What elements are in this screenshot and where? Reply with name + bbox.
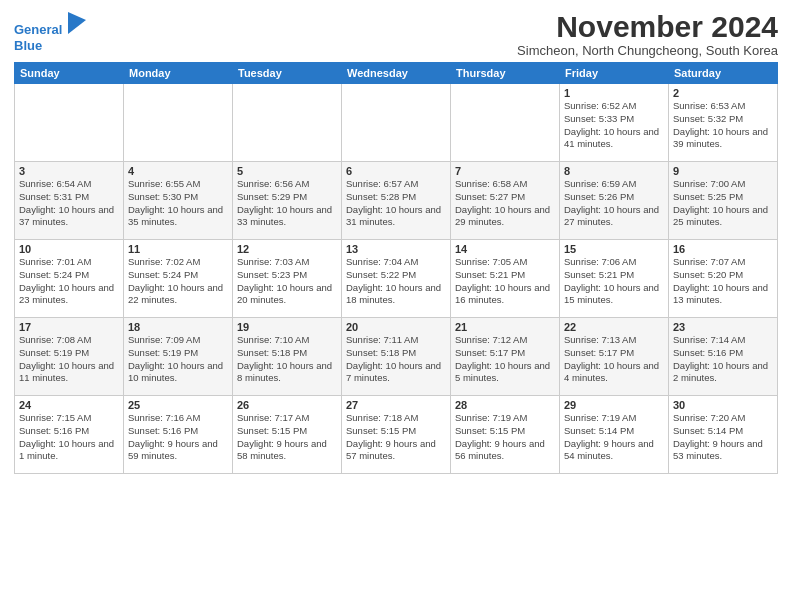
day-number: 9 <box>673 165 773 177</box>
day-number: 1 <box>564 87 664 99</box>
day-number: 21 <box>455 321 555 333</box>
day-info: Sunrise: 7:11 AM Sunset: 5:18 PM Dayligh… <box>346 334 446 385</box>
day-number: 18 <box>128 321 228 333</box>
calendar-cell <box>451 84 560 162</box>
calendar-cell: 7Sunrise: 6:58 AM Sunset: 5:27 PM Daylig… <box>451 162 560 240</box>
day-info: Sunrise: 6:58 AM Sunset: 5:27 PM Dayligh… <box>455 178 555 229</box>
calendar-cell: 20Sunrise: 7:11 AM Sunset: 5:18 PM Dayli… <box>342 318 451 396</box>
day-info: Sunrise: 7:18 AM Sunset: 5:15 PM Dayligh… <box>346 412 446 463</box>
day-info: Sunrise: 7:02 AM Sunset: 5:24 PM Dayligh… <box>128 256 228 307</box>
weekday-header-sunday: Sunday <box>15 63 124 84</box>
day-number: 28 <box>455 399 555 411</box>
svg-marker-0 <box>68 12 86 34</box>
day-info: Sunrise: 7:08 AM Sunset: 5:19 PM Dayligh… <box>19 334 119 385</box>
day-info: Sunrise: 7:16 AM Sunset: 5:16 PM Dayligh… <box>128 412 228 463</box>
day-number: 5 <box>237 165 337 177</box>
calendar-cell: 13Sunrise: 7:04 AM Sunset: 5:22 PM Dayli… <box>342 240 451 318</box>
calendar-cell <box>342 84 451 162</box>
calendar-cell: 6Sunrise: 6:57 AM Sunset: 5:28 PM Daylig… <box>342 162 451 240</box>
logo-general: General <box>14 22 62 37</box>
calendar-cell: 11Sunrise: 7:02 AM Sunset: 5:24 PM Dayli… <box>124 240 233 318</box>
weekday-header-tuesday: Tuesday <box>233 63 342 84</box>
calendar-cell: 14Sunrise: 7:05 AM Sunset: 5:21 PM Dayli… <box>451 240 560 318</box>
calendar-week-1: 1Sunrise: 6:52 AM Sunset: 5:33 PM Daylig… <box>15 84 778 162</box>
calendar-cell: 22Sunrise: 7:13 AM Sunset: 5:17 PM Dayli… <box>560 318 669 396</box>
day-info: Sunrise: 7:00 AM Sunset: 5:25 PM Dayligh… <box>673 178 773 229</box>
calendar-cell: 9Sunrise: 7:00 AM Sunset: 5:25 PM Daylig… <box>669 162 778 240</box>
day-info: Sunrise: 6:55 AM Sunset: 5:30 PM Dayligh… <box>128 178 228 229</box>
calendar-cell: 25Sunrise: 7:16 AM Sunset: 5:16 PM Dayli… <box>124 396 233 474</box>
calendar-cell <box>124 84 233 162</box>
calendar-cell: 21Sunrise: 7:12 AM Sunset: 5:17 PM Dayli… <box>451 318 560 396</box>
day-number: 12 <box>237 243 337 255</box>
title-block: November 2024 Simcheon, North Chungcheon… <box>517 10 778 58</box>
calendar-cell: 18Sunrise: 7:09 AM Sunset: 5:19 PM Dayli… <box>124 318 233 396</box>
day-info: Sunrise: 7:04 AM Sunset: 5:22 PM Dayligh… <box>346 256 446 307</box>
weekday-header-wednesday: Wednesday <box>342 63 451 84</box>
day-info: Sunrise: 7:01 AM Sunset: 5:24 PM Dayligh… <box>19 256 119 307</box>
calendar-cell: 12Sunrise: 7:03 AM Sunset: 5:23 PM Dayli… <box>233 240 342 318</box>
day-number: 16 <box>673 243 773 255</box>
header: General Blue November 2024 Simcheon, Nor… <box>14 10 778 58</box>
day-number: 29 <box>564 399 664 411</box>
day-info: Sunrise: 7:07 AM Sunset: 5:20 PM Dayligh… <box>673 256 773 307</box>
day-number: 26 <box>237 399 337 411</box>
calendar-cell <box>15 84 124 162</box>
calendar-week-3: 10Sunrise: 7:01 AM Sunset: 5:24 PM Dayli… <box>15 240 778 318</box>
calendar-cell: 15Sunrise: 7:06 AM Sunset: 5:21 PM Dayli… <box>560 240 669 318</box>
day-number: 3 <box>19 165 119 177</box>
day-info: Sunrise: 7:20 AM Sunset: 5:14 PM Dayligh… <box>673 412 773 463</box>
day-info: Sunrise: 7:17 AM Sunset: 5:15 PM Dayligh… <box>237 412 337 463</box>
day-info: Sunrise: 7:03 AM Sunset: 5:23 PM Dayligh… <box>237 256 337 307</box>
day-number: 22 <box>564 321 664 333</box>
day-info: Sunrise: 7:06 AM Sunset: 5:21 PM Dayligh… <box>564 256 664 307</box>
day-number: 23 <box>673 321 773 333</box>
calendar-cell: 16Sunrise: 7:07 AM Sunset: 5:20 PM Dayli… <box>669 240 778 318</box>
day-info: Sunrise: 6:59 AM Sunset: 5:26 PM Dayligh… <box>564 178 664 229</box>
day-number: 20 <box>346 321 446 333</box>
calendar-week-5: 24Sunrise: 7:15 AM Sunset: 5:16 PM Dayli… <box>15 396 778 474</box>
day-number: 2 <box>673 87 773 99</box>
calendar-cell: 28Sunrise: 7:19 AM Sunset: 5:15 PM Dayli… <box>451 396 560 474</box>
day-number: 4 <box>128 165 228 177</box>
day-number: 8 <box>564 165 664 177</box>
day-info: Sunrise: 6:56 AM Sunset: 5:29 PM Dayligh… <box>237 178 337 229</box>
calendar-cell: 3Sunrise: 6:54 AM Sunset: 5:31 PM Daylig… <box>15 162 124 240</box>
calendar-cell: 24Sunrise: 7:15 AM Sunset: 5:16 PM Dayli… <box>15 396 124 474</box>
calendar-cell: 4Sunrise: 6:55 AM Sunset: 5:30 PM Daylig… <box>124 162 233 240</box>
day-info: Sunrise: 7:19 AM Sunset: 5:15 PM Dayligh… <box>455 412 555 463</box>
day-number: 6 <box>346 165 446 177</box>
calendar-cell: 29Sunrise: 7:19 AM Sunset: 5:14 PM Dayli… <box>560 396 669 474</box>
day-info: Sunrise: 7:15 AM Sunset: 5:16 PM Dayligh… <box>19 412 119 463</box>
calendar-cell: 26Sunrise: 7:17 AM Sunset: 5:15 PM Dayli… <box>233 396 342 474</box>
day-number: 27 <box>346 399 446 411</box>
day-info: Sunrise: 6:53 AM Sunset: 5:32 PM Dayligh… <box>673 100 773 151</box>
calendar-cell: 17Sunrise: 7:08 AM Sunset: 5:19 PM Dayli… <box>15 318 124 396</box>
calendar-week-4: 17Sunrise: 7:08 AM Sunset: 5:19 PM Dayli… <box>15 318 778 396</box>
calendar-cell: 1Sunrise: 6:52 AM Sunset: 5:33 PM Daylig… <box>560 84 669 162</box>
logo: General Blue <box>14 14 86 53</box>
calendar-cell: 19Sunrise: 7:10 AM Sunset: 5:18 PM Dayli… <box>233 318 342 396</box>
calendar-cell: 5Sunrise: 6:56 AM Sunset: 5:29 PM Daylig… <box>233 162 342 240</box>
weekday-header-friday: Friday <box>560 63 669 84</box>
calendar-week-2: 3Sunrise: 6:54 AM Sunset: 5:31 PM Daylig… <box>15 162 778 240</box>
calendar-cell <box>233 84 342 162</box>
day-number: 11 <box>128 243 228 255</box>
day-info: Sunrise: 7:19 AM Sunset: 5:14 PM Dayligh… <box>564 412 664 463</box>
calendar-cell: 30Sunrise: 7:20 AM Sunset: 5:14 PM Dayli… <box>669 396 778 474</box>
day-info: Sunrise: 7:12 AM Sunset: 5:17 PM Dayligh… <box>455 334 555 385</box>
day-number: 13 <box>346 243 446 255</box>
month-year-title: November 2024 <box>517 10 778 43</box>
location-subtitle: Simcheon, North Chungcheong, South Korea <box>517 43 778 58</box>
day-number: 19 <box>237 321 337 333</box>
day-info: Sunrise: 6:54 AM Sunset: 5:31 PM Dayligh… <box>19 178 119 229</box>
weekday-header-row: SundayMondayTuesdayWednesdayThursdayFrid… <box>15 63 778 84</box>
day-number: 25 <box>128 399 228 411</box>
day-info: Sunrise: 7:14 AM Sunset: 5:16 PM Dayligh… <box>673 334 773 385</box>
logo-icon <box>68 12 86 34</box>
calendar-cell: 8Sunrise: 6:59 AM Sunset: 5:26 PM Daylig… <box>560 162 669 240</box>
calendar-cell: 10Sunrise: 7:01 AM Sunset: 5:24 PM Dayli… <box>15 240 124 318</box>
calendar-cell: 2Sunrise: 6:53 AM Sunset: 5:32 PM Daylig… <box>669 84 778 162</box>
day-number: 14 <box>455 243 555 255</box>
calendar-cell: 23Sunrise: 7:14 AM Sunset: 5:16 PM Dayli… <box>669 318 778 396</box>
